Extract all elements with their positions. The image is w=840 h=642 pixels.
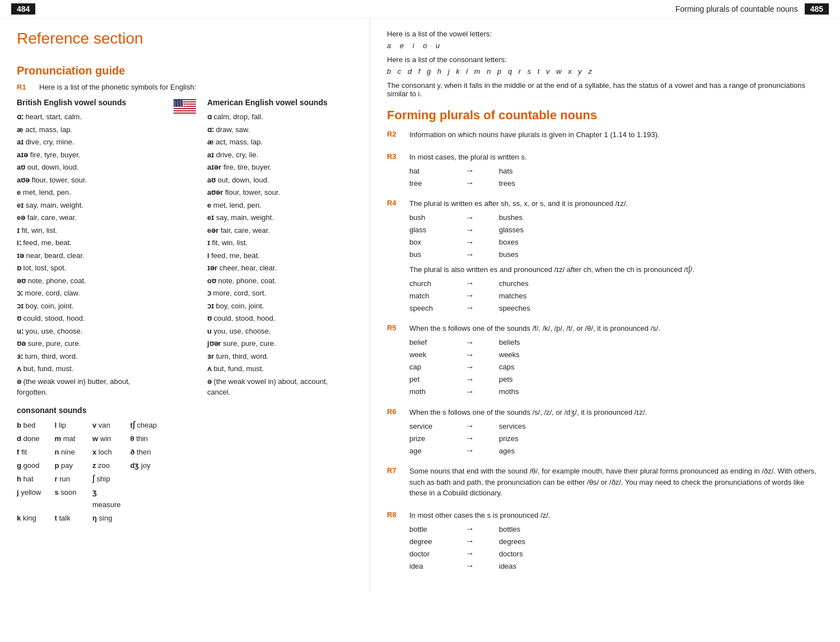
american-sound-item: eər fair, care, wear. [207,225,353,236]
consonant-item [130,512,163,524]
r-label: R2 [387,129,403,138]
r-section-row: R8In most other cases the s is pronounce… [387,510,823,574]
vowel-letters: a e i o u [387,41,823,50]
page-title-area: Forming plurals of countable nouns 485 [675,3,829,15]
consonant-item: ʃ ship [92,473,125,485]
word-from: prize [409,434,465,443]
arrow-icon: → [465,549,499,559]
word-to: ages [499,447,515,455]
flag-col: ★★★★★★ ★★★★★ ★★★★★★ ★★★★★ [174,98,196,524]
arrow-icon: → [465,536,499,546]
american-sound-item: æ act, mass, lap. [207,137,353,148]
r-text: Information on which nouns have plurals … [409,129,823,140]
word-from: idea [409,562,465,570]
word-from: church [409,279,465,288]
reference-section-title: Reference section [17,30,353,48]
arrow-icon: → [465,350,499,360]
consonant-item: t talk [55,512,87,524]
r-content: Some nouns that end with the sound /θ/, … [409,466,823,502]
word-arrow-row: box→boxes [409,237,823,247]
british-sound-item: ʊ could, stood, hood. [17,313,162,324]
american-sound-item: aʊ out, down, loud. [207,175,353,186]
word-to: trees [499,179,515,188]
r-content: In most cases, the plural is written s.h… [409,152,823,191]
american-sound-item: oʊ note, phone, coat. [207,275,353,287]
word-from: age [409,447,465,455]
consonant-item: w win [92,433,125,445]
british-sound-item: ɒ lot, lost, spot. [17,263,162,274]
american-sound-item: ə (the weak vowel in) about, account, ca… [207,376,353,398]
word-from: service [409,422,465,430]
word-to: churches [499,279,529,288]
american-sound-item: ɑ calm, drop, fall. [207,111,353,123]
consonant-letters-intro: Here is a list of the consonant letters: [387,55,823,64]
word-arrow-row: hat→hats [409,166,823,176]
word-arrow-row: church→churches [409,278,823,288]
british-sound-item: ʊə sure, pure, cure. [17,338,162,349]
british-sound-item: aɪ dive, cry, mine. [17,137,162,148]
american-sound-item: ʊ could, stood, hood. [207,313,353,324]
american-sound-item: aɪər fire, tire, buyer. [207,162,353,173]
r-section-row: R3In most cases, the plural is written s… [387,152,823,191]
page-number-right: 485 [805,3,829,15]
american-sound-item: ɜr turn, third, word. [207,351,353,362]
word-from: doctor [409,550,465,558]
word-arrow-row: glass→glasses [409,225,823,235]
british-sound-item: aʊ out, down, loud. [17,162,162,173]
word-to: moths [499,387,519,396]
sections-container: R2Information on which nouns have plural… [387,129,823,573]
svg-rect-6 [174,111,196,113]
british-sound-item: ɪ fit, win, list. [17,225,162,236]
consonant-item: k king [17,512,49,524]
word-from: bottle [409,525,465,533]
left-column: Reference section Pronunciation guide R1… [0,18,370,592]
consonant-item: ʒ measure [92,486,125,511]
arrow-icon: → [465,362,499,372]
r-content: The plural is written es after sh, ss, x… [409,198,823,315]
main-content: Reference section Pronunciation guide R1… [0,18,840,592]
arrow-icon: → [465,303,499,313]
american-sound-item: u you, use, choose. [207,326,353,337]
r-extra-text: The plural is also written es and pronou… [409,264,823,275]
word-arrow-row: week→weeks [409,350,823,360]
british-sound-item: e met, lend, pen. [17,187,162,198]
arrow-icon: → [465,213,499,223]
word-from: hat [409,167,465,175]
consonant-item: v van [92,419,125,432]
r-section-row: R4The plural is written es after sh, ss,… [387,198,823,315]
word-arrow-row: match→matches [409,290,823,301]
consonant-item: j yellow [17,486,49,511]
vowel-letters-intro: Here is a list of the vowel letters: [387,30,823,38]
consonant-item: dʒ joy [130,460,163,472]
consonant-item: ð then [130,446,163,458]
r-label: R8 [387,510,403,519]
consonant-item: x loch [92,446,125,458]
us-flag-icon: ★★★★★★ ★★★★★ ★★★★★★ ★★★★★ [174,99,196,114]
r-text: In most other cases the s is pronounced … [409,510,823,521]
american-sound-item: aʊər flour, tower, sour. [207,187,353,198]
british-sound-item: eɪ say, main, weight. [17,200,162,211]
r-text: The plural is written es after sh, ss, x… [409,198,823,209]
word-from: week [409,350,465,359]
r1-label: R1 [17,83,32,91]
american-sound-item: ɔ more, cord, sort. [207,288,353,299]
r-section-row: R6When the s follows one of the sounds /… [387,407,823,458]
word-from: tree [409,179,465,188]
british-sound-item: əʊ note, phone, coat. [17,275,162,287]
r-section-row: R2Information on which nouns have plural… [387,129,823,144]
word-arrow-row: tree→trees [409,178,823,188]
american-sound-item: i feed, me, beat. [207,250,353,261]
arrow-icon: → [465,250,499,260]
american-sound-item: ʌ but, fund, must. [207,363,353,374]
word-arrow-row: bush→bushes [409,213,823,223]
word-to: degrees [499,537,525,546]
r1-text: Here is a list of the phonetic symbols f… [39,83,196,91]
word-arrow-row: prize→prizes [409,433,823,443]
american-sounds-list: ɑ calm, drop, fall.ɑː draw, saw.æ act, m… [207,111,353,398]
word-to: weeks [499,350,520,359]
r-label: R4 [387,198,403,207]
word-from: bus [409,250,465,259]
british-sound-item: ɑː heart, start, calm. [17,111,162,123]
arrow-icon: → [465,387,499,397]
consonant-item: tʃ cheap [130,419,163,432]
